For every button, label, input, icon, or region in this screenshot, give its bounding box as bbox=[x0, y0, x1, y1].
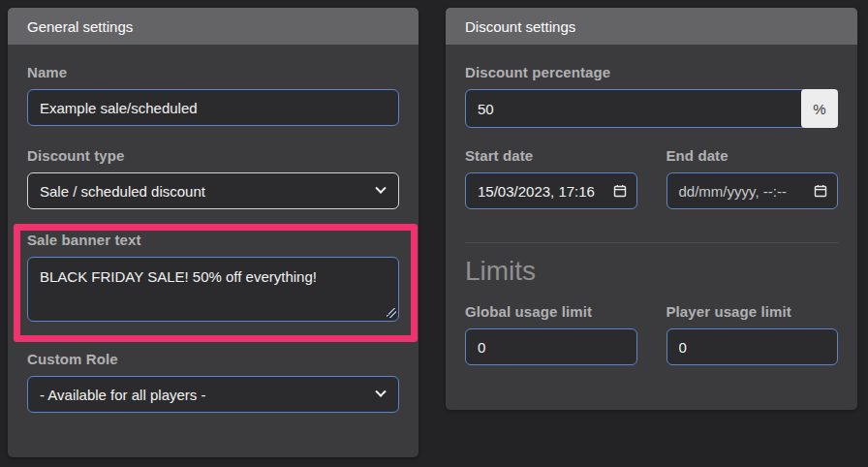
discount-settings-panel: Discount settings Discount percentage % … bbox=[446, 8, 857, 410]
dates-row: Start date 15/03/2023, 17:16 End date dd… bbox=[465, 147, 838, 209]
custom-role-field-group: Custom Role - Available for all players … bbox=[27, 351, 399, 413]
player-limit-field-group: Player usage limit bbox=[666, 303, 839, 365]
global-usage-limit-label: Global usage limit bbox=[465, 303, 637, 320]
global-usage-limit-input[interactable] bbox=[465, 328, 637, 365]
calendar-icon[interactable] bbox=[814, 184, 827, 198]
name-field-group: Name bbox=[27, 64, 399, 126]
discount-settings-header: Discount settings bbox=[446, 8, 857, 45]
start-date-input[interactable]: 15/03/2023, 17:16 bbox=[465, 172, 637, 209]
start-date-value: 15/03/2023, 17:16 bbox=[478, 183, 607, 200]
sale-banner-field-group: Sale banner text BLACK FRIDAY SALE! 50% … bbox=[27, 232, 399, 322]
custom-role-select[interactable]: - Available for all players - bbox=[27, 376, 399, 413]
start-date-label: Start date bbox=[465, 147, 637, 164]
name-input[interactable] bbox=[27, 89, 399, 126]
discount-type-label: Discount type bbox=[27, 147, 399, 164]
percentage-field-group: Discount percentage % bbox=[465, 64, 838, 128]
end-date-placeholder: dd/mm/yyyy, --:-- bbox=[679, 183, 809, 200]
general-settings-body: Name Discount type Sale / scheduled disc… bbox=[8, 45, 418, 432]
sale-banner-label: Sale banner text bbox=[27, 232, 399, 248]
general-settings-title: General settings bbox=[27, 18, 133, 35]
sale-banner-textarea[interactable]: BLACK FRIDAY SALE! 50% off everything! bbox=[27, 257, 399, 322]
discount-type-selected-value: Sale / scheduled discount bbox=[40, 183, 205, 200]
discount-settings-title: Discount settings bbox=[465, 18, 575, 35]
player-usage-limit-input[interactable] bbox=[666, 328, 839, 365]
general-settings-header: General settings bbox=[8, 8, 418, 45]
discount-type-select[interactable]: Sale / scheduled discount bbox=[27, 172, 399, 209]
chevron-down-icon bbox=[375, 387, 386, 397]
limits-heading: Limits bbox=[465, 256, 838, 287]
section-divider bbox=[465, 242, 838, 243]
chevron-down-icon bbox=[375, 183, 386, 194]
end-date-field-group: End date dd/mm/yyyy, --:-- bbox=[666, 147, 839, 209]
end-date-label: End date bbox=[666, 147, 839, 164]
calendar-icon[interactable] bbox=[613, 184, 627, 198]
name-label: Name bbox=[27, 64, 399, 80]
discount-settings-body: Discount percentage % Start date 15/03/2… bbox=[446, 45, 857, 385]
discount-type-field-group: Discount type Sale / scheduled discount bbox=[27, 147, 399, 209]
sale-banner-textarea-wrap: BLACK FRIDAY SALE! 50% off everything! bbox=[27, 257, 399, 322]
percent-suffix-addon: % bbox=[801, 89, 838, 128]
custom-role-selected-value: - Available for all players - bbox=[40, 387, 205, 403]
end-date-input[interactable]: dd/mm/yyyy, --:-- bbox=[666, 172, 839, 209]
general-settings-panel: General settings Name Discount type Sale… bbox=[8, 8, 418, 457]
start-date-field-group: Start date 15/03/2023, 17:16 bbox=[465, 147, 637, 209]
percentage-input-group: % bbox=[465, 89, 838, 128]
discount-percentage-label: Discount percentage bbox=[465, 64, 838, 80]
custom-role-label: Custom Role bbox=[27, 351, 399, 367]
limits-row: Global usage limit Player usage limit bbox=[465, 303, 838, 365]
global-limit-field-group: Global usage limit bbox=[465, 303, 637, 365]
player-usage-limit-label: Player usage limit bbox=[666, 303, 839, 320]
discount-percentage-input[interactable] bbox=[465, 89, 804, 128]
